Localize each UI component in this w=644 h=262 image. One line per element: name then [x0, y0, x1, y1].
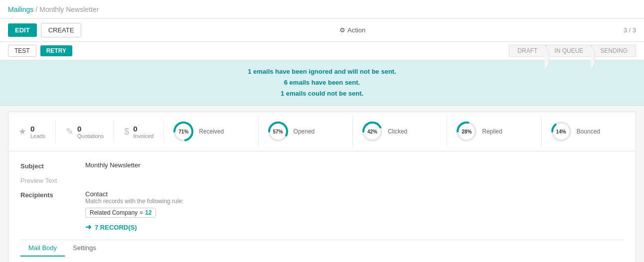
status-in-queue: IN QUEUE [546, 45, 592, 57]
main-content: Subject Monthly Newsletter Preview Text … [8, 151, 636, 262]
donut-2: 42% [361, 120, 384, 143]
form-recipients-row: Recipients Contact Match records with th… [20, 190, 624, 232]
stat-circle-replied[interactable]: 28% Replied [447, 116, 541, 147]
stat-circle-opened[interactable]: 57% Opened [259, 116, 353, 147]
stats-bar: ★ 0 Leads ✎ 0 Quotations $ 0 Invoiced 71… [8, 112, 636, 151]
breadcrumb: Mailings / Monthly Newsletter [8, 5, 99, 13]
circle-label-4: Bounced [577, 128, 600, 135]
stat-number-1: 0 [77, 125, 104, 133]
stat-icon-2: $ [124, 127, 129, 137]
donut-text-2: 42% [367, 129, 377, 134]
retry-button[interactable]: RETRY [40, 45, 72, 56]
stat-simple-2[interactable]: $ 0 Invoiced [114, 121, 164, 143]
stat-circle-received[interactable]: 71% Received [164, 116, 258, 147]
stat-simple-0[interactable]: ★ 0 Leads [8, 121, 56, 143]
subject-label: Subject [20, 161, 85, 170]
donut-0: 71% [172, 120, 195, 143]
circle-label-2: Clicked [388, 128, 407, 135]
sub-toolbar: TEST RETRY DRAFT IN QUEUE SENDING [0, 42, 644, 60]
recipients-label: Recipients [20, 190, 85, 199]
donut-3: 28% [455, 120, 478, 143]
circle-label-1: Opened [294, 128, 315, 135]
record-nav: 3 / 3 [624, 26, 636, 34]
form-subject-row: Subject Monthly Newsletter [20, 161, 624, 170]
form-preview-row: Preview Text [20, 176, 624, 184]
preview-label: Preview Text [20, 176, 85, 184]
recipients-contact: Contact [85, 190, 624, 198]
stat-circle-clicked[interactable]: 42% Clicked [353, 116, 447, 147]
action-button[interactable]: ⚙ Action [339, 26, 365, 34]
create-button[interactable]: CREATE [41, 23, 82, 37]
action-label: Action [347, 26, 365, 34]
breadcrumb-separator: / [35, 5, 37, 13]
stat-number-2: 0 [133, 125, 154, 133]
stat-number-0: 0 [30, 125, 45, 133]
tabs-row: Mail BodySettings [20, 240, 624, 257]
stat-label-1: Quotations [77, 133, 104, 139]
stat-simple-1[interactable]: ✎ 0 Quotations [56, 121, 114, 143]
action-bar: EDIT CREATE ⚙ Action 3 / 3 [0, 19, 644, 42]
donut-text-3: 28% [462, 129, 472, 134]
filter-tag[interactable]: Related Company = 12 [85, 208, 156, 218]
donut-text-0: 71% [178, 129, 188, 134]
donut-4: 14% [550, 120, 573, 143]
status-sending: SENDING [592, 45, 636, 57]
records-link[interactable]: ➜ 7 RECORD(S) [85, 223, 624, 232]
breadcrumb-parent[interactable]: Mailings [8, 5, 33, 13]
test-button[interactable]: TEST [8, 45, 36, 57]
stat-icon-1: ✎ [66, 126, 73, 137]
arrow-right-icon: ➜ [85, 223, 92, 232]
tab-settings[interactable]: Settings [65, 240, 104, 257]
filter-field: Related Company [90, 209, 138, 216]
alert-line1: 1 emails have been ignored and will not … [6, 66, 638, 77]
status-draft: DRAFT [509, 45, 546, 57]
stat-icon-0: ★ [18, 126, 26, 137]
circle-label-3: Replied [482, 128, 502, 135]
records-count: 7 RECORD(S) [95, 224, 137, 231]
stat-label-2: Invoiced [133, 133, 154, 139]
stat-label-0: Leads [30, 133, 45, 139]
match-text: Match records with the following rule: [85, 198, 624, 205]
alert-line3: 1 emails could not be sent. [6, 88, 638, 99]
recipients-value-container: Contact Match records with the following… [85, 190, 624, 232]
filter-op: = [140, 209, 143, 216]
status-pipeline: DRAFT IN QUEUE SENDING [509, 45, 636, 57]
tab-mail-body[interactable]: Mail Body [20, 240, 65, 257]
gear-icon: ⚙ [339, 26, 345, 34]
donut-text-1: 57% [273, 129, 283, 134]
breadcrumb-current: Monthly Newsletter [39, 5, 99, 13]
donut-text-4: 14% [556, 129, 566, 134]
filter-val: 12 [145, 209, 152, 216]
subject-value: Monthly Newsletter [85, 161, 624, 169]
donut-1: 57% [267, 120, 290, 143]
edit-button[interactable]: EDIT [8, 23, 37, 37]
alert-line2: 6 emails have been sent. [6, 77, 638, 88]
circle-label-0: Received [199, 128, 224, 135]
breadcrumb-bar: Mailings / Monthly Newsletter [0, 0, 644, 19]
stat-circle-bounced[interactable]: 14% Bounced [542, 116, 636, 147]
